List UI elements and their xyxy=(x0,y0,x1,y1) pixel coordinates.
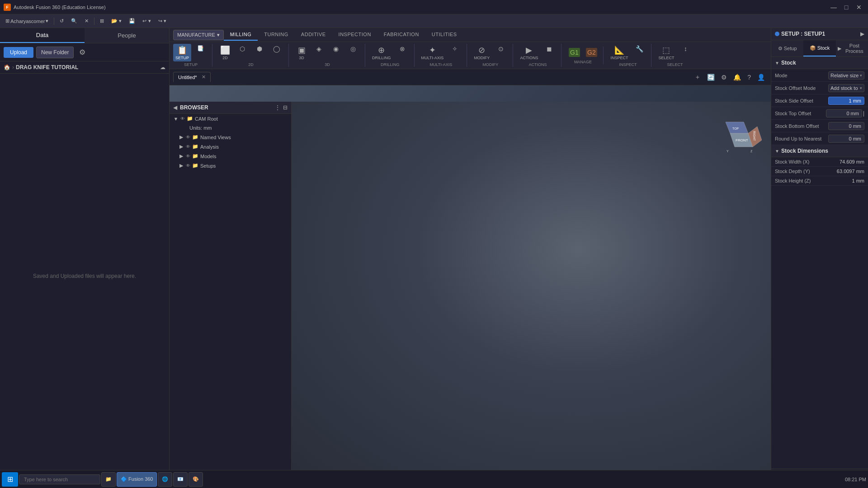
setup-tool-button[interactable]: 📋 SETUP xyxy=(173,44,191,61)
modify-extra-button[interactable]: ⊙ xyxy=(493,44,509,61)
new-folder-button[interactable]: New Folder xyxy=(36,47,74,58)
modify-tool-button[interactable]: ⊘ MODIFY xyxy=(472,44,492,61)
tab-milling[interactable]: MILLING xyxy=(224,29,258,41)
tab-turning[interactable]: TURNING xyxy=(258,29,295,41)
taskbar-fusion360[interactable]: 🔷 Fusion 360 xyxy=(117,472,157,487)
mode-dropdown[interactable]: Relative size ▾ xyxy=(828,71,864,80)
2d-extra2-button[interactable]: ⬢ xyxy=(251,44,268,61)
user-avatar-button[interactable]: 👤 xyxy=(755,72,767,82)
close-panel-button[interactable]: ✕ xyxy=(82,17,91,25)
multiaxis-extra-button[interactable]: ✧ xyxy=(447,44,463,61)
taskbar-email[interactable]: 📧 xyxy=(173,472,188,487)
add-tab-button[interactable]: ＋ xyxy=(692,72,703,83)
tree-analysis-eye-icon[interactable]: 👁 xyxy=(186,144,190,149)
taskbar-browser[interactable]: 🌐 xyxy=(158,472,172,487)
tree-models-eye-icon[interactable]: 👁 xyxy=(186,154,190,159)
upload-button[interactable]: Upload xyxy=(4,47,33,58)
settings-header-button[interactable]: ⚙ xyxy=(719,72,729,82)
actions-extra-button[interactable]: ◼ xyxy=(541,44,557,61)
maximize-button[interactable]: □ xyxy=(841,3,852,12)
collapse-browser-icon[interactable]: ◀ xyxy=(173,104,177,111)
browser-item-setups[interactable]: ▶ 👁 📁 Setups xyxy=(170,161,291,170)
ribbon-group-modify: ⊘ MODIFY ⊙ MODIFY xyxy=(472,44,513,67)
drilling-extra-button[interactable]: ⊗ xyxy=(394,44,410,61)
stock-offset-mode-dropdown[interactable]: Add stock to ▾ xyxy=(828,84,864,92)
save-button[interactable]: 💾 xyxy=(126,17,138,25)
tab-inspection[interactable]: INSPECTION xyxy=(332,29,377,41)
stock-bottom-offset-input[interactable]: 0 mm xyxy=(828,122,864,130)
manufacture-dropdown[interactable]: MANUFACTURE ▾ xyxy=(173,30,224,40)
minimize-button[interactable]: — xyxy=(828,3,839,12)
close-button[interactable]: ✕ xyxy=(854,3,864,12)
document-tab[interactable]: Untitled* ✕ xyxy=(173,72,211,82)
stock-side-offset-input[interactable]: 1 mm xyxy=(828,97,864,105)
tab-additive[interactable]: ADDITIVE xyxy=(295,29,332,41)
3d-tool-button[interactable]: ▣ 3D xyxy=(293,44,310,61)
2d-extra1-button[interactable]: ⬡ xyxy=(234,44,250,61)
right-tab-postprocess[interactable]: ▶ Post Process xyxy=(836,40,868,56)
actions-tool-button[interactable]: ▶ ACTIONS xyxy=(518,44,540,61)
grid-icon: ⊞ xyxy=(5,18,9,24)
select-extra-button[interactable]: ↕ xyxy=(677,44,693,61)
document-tab-close-icon[interactable]: ✕ xyxy=(202,74,206,80)
redo-button[interactable]: ↪ ▾ xyxy=(156,17,169,25)
settings-button[interactable]: ⚙ xyxy=(76,46,88,58)
stock-side-offset-prop-row: Stock Side Offset 1 mm xyxy=(771,94,868,107)
right-tab-setup[interactable]: ⚙ Setup xyxy=(771,40,803,56)
undo-button[interactable]: ↩ ▾ xyxy=(140,17,153,25)
3d-canvas[interactable]: X Y Z FRONT TOP xyxy=(292,102,771,470)
3d-extra2-button[interactable]: ◉ xyxy=(328,44,344,61)
setup-extra-button[interactable]: 📑 xyxy=(192,44,208,61)
tree-expand-icon[interactable]: ▼ xyxy=(173,116,179,122)
tree-setups-eye-icon[interactable]: 👁 xyxy=(186,163,190,168)
taskbar-file-explorer[interactable]: 📁 xyxy=(101,472,116,487)
tree-analysis-arrow-icon[interactable]: ▶ xyxy=(179,144,184,150)
tree-namedviews-arrow-icon[interactable]: ▶ xyxy=(179,134,184,140)
browser-item-namedviews[interactable]: ▶ 👁 📁 Named Views xyxy=(170,132,291,142)
tab-data[interactable]: Data xyxy=(0,28,85,43)
tab-fabrication[interactable]: FABRICATION xyxy=(377,29,425,41)
open-button[interactable]: 📂 ▾ xyxy=(108,17,124,25)
manage-g1-button[interactable]: G1 xyxy=(566,47,582,59)
taskbar-art[interactable]: 🎨 xyxy=(189,472,203,487)
round-up-input[interactable]: 0 mm xyxy=(828,135,864,143)
start-button[interactable]: ⊞ xyxy=(2,472,18,487)
sync-button[interactable]: 🔄 xyxy=(705,72,717,82)
inspect-tool-button[interactable]: 📐 INSPECT xyxy=(608,44,630,61)
tree-eye-icon[interactable]: 👁 xyxy=(180,116,185,121)
3d-extra3-button[interactable]: ◎ xyxy=(345,44,361,61)
user-menu-button[interactable]: ⊞ Acharyascomer ▾ xyxy=(3,17,51,25)
browser-expand-icon[interactable]: ⊟ xyxy=(283,104,288,111)
tree-setups-arrow-icon[interactable]: ▶ xyxy=(179,163,184,169)
select-tool-button[interactable]: ⬚ SELECT xyxy=(656,44,676,61)
browser-menu-icon[interactable]: ⋮ xyxy=(275,104,280,111)
stock-dimensions-section-header[interactable]: ▼ Stock Dimensions xyxy=(771,145,868,157)
tree-models-arrow-icon[interactable]: ▶ xyxy=(179,153,184,159)
3d-extra1-button[interactable]: ◈ xyxy=(311,44,327,61)
browser-item-camroot[interactable]: ▼ 👁 📁 CAM Root xyxy=(170,114,291,123)
2d-extra3-button[interactable]: ◯ xyxy=(269,44,285,61)
browser-item-analysis[interactable]: ▶ 👁 📁 Analysis xyxy=(170,142,291,151)
tab-utilities[interactable]: UTILITIES xyxy=(425,29,463,41)
taskbar-search-input[interactable] xyxy=(19,474,100,484)
apps-button[interactable]: ⊞ xyxy=(97,17,107,25)
search-button[interactable]: 🔍 xyxy=(68,17,80,25)
notification-button[interactable]: 🔔 xyxy=(731,72,743,82)
browser-item-models[interactable]: ▶ 👁 📁 Models xyxy=(170,151,291,161)
help-button[interactable]: ? xyxy=(745,72,753,82)
panel-collapse-icon[interactable]: ▶ xyxy=(860,31,864,37)
breadcrumb-project[interactable]: DRAG KNIFE TUTORIAL xyxy=(16,64,78,70)
tree-namedviews-eye-icon[interactable]: 👁 xyxy=(186,135,190,140)
home-icon[interactable]: 🏠 xyxy=(4,64,10,70)
3d-extra1-icon: ◈ xyxy=(316,45,321,52)
multiaxis-tool-button[interactable]: ✦ MULTI-AXIS xyxy=(419,44,446,61)
manage-g2-button[interactable]: G2 xyxy=(583,47,599,59)
right-tab-stock[interactable]: 📦 Stock xyxy=(803,40,835,56)
stock-top-offset-input[interactable]: 0 mm xyxy=(826,109,862,117)
2d-tool-button[interactable]: ⬜ 2D xyxy=(217,44,233,61)
refresh-button[interactable]: ↺ xyxy=(57,17,66,25)
drilling-tool-button[interactable]: ⊕ DRILLING xyxy=(370,44,393,61)
stock-section-header[interactable]: ▼ Stock xyxy=(771,57,868,69)
inspect-extra-button[interactable]: 🔧 xyxy=(631,44,647,61)
tab-people[interactable]: People xyxy=(85,28,169,43)
